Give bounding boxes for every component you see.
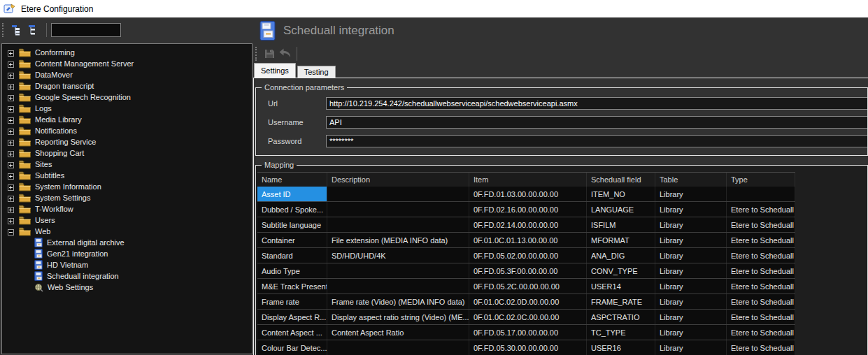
table-cell[interactable]: Library xyxy=(655,340,727,355)
table-cell[interactable]: 0F.FD.05.2C.00.00.00.00 xyxy=(469,279,587,294)
table-cell[interactable]: 0F.FD.02.14.00.00.00.00 xyxy=(469,217,587,232)
tree-item-subtitles[interactable]: Subtitles xyxy=(2,170,252,181)
table-cell[interactable]: Library xyxy=(655,325,727,340)
expand-plus-icon[interactable] xyxy=(8,150,14,157)
toolbar-grip[interactable] xyxy=(2,23,5,37)
table-cell[interactable] xyxy=(327,263,469,278)
table-cell[interactable]: 0F.FD.05.30.00.00.00.00 xyxy=(469,340,587,355)
tree-item-sites[interactable]: Sites xyxy=(2,159,252,170)
table-cell[interactable]: Etere to Scheduall xyxy=(727,294,795,309)
table-cell[interactable]: 0F.FD.05.02.00.00.00.00 xyxy=(469,248,587,263)
column-header-scheduall-field[interactable]: Scheduall field xyxy=(587,173,655,187)
url-input[interactable] xyxy=(326,97,867,110)
expand-plus-icon[interactable] xyxy=(8,195,14,201)
table-cell[interactable]: Library xyxy=(655,310,727,324)
tree-item-web[interactable]: Web xyxy=(2,226,252,237)
tree-item-reporting-service[interactable]: Reporting Service xyxy=(2,136,252,147)
expand-plus-icon[interactable] xyxy=(8,139,14,145)
table-cell[interactable] xyxy=(327,279,469,294)
table-cell[interactable]: Etere to Scheduall xyxy=(727,263,795,278)
table-cell[interactable]: Frame rate (Video) (MEDIA INFO data) xyxy=(327,294,469,309)
table-cell[interactable]: Etere to Scheduall xyxy=(727,233,795,247)
table-cell[interactable]: Etere to Scheduall xyxy=(727,279,795,294)
table-cell[interactable]: Frame rate xyxy=(257,294,327,309)
tree-item-hd-vietnam[interactable]: HD Vietnam xyxy=(2,259,252,270)
table-cell[interactable]: M&E Track Present xyxy=(257,279,327,294)
table-cell[interactable]: Colour Bar Detec... xyxy=(257,340,327,355)
expand-plus-icon[interactable] xyxy=(8,184,14,190)
expand-all-button[interactable] xyxy=(25,22,42,38)
expand-plus-icon[interactable] xyxy=(8,206,14,212)
table-cell[interactable]: Library xyxy=(655,248,727,263)
expand-plus-icon[interactable] xyxy=(8,217,14,224)
expand-plus-icon[interactable] xyxy=(8,128,14,134)
table-cell[interactable]: Etere to Scheduall xyxy=(727,217,795,232)
collapse-minus-icon[interactable] xyxy=(8,229,14,235)
table-cell[interactable] xyxy=(327,217,469,232)
tab-testing[interactable]: Testing xyxy=(297,66,336,78)
table-cell[interactable]: Library xyxy=(655,187,727,201)
tree-item-content-management-server[interactable]: Content Management Server xyxy=(2,58,252,69)
column-header-type[interactable]: Type xyxy=(727,173,795,187)
table-cell[interactable]: MFORMAT xyxy=(587,233,655,247)
table-cell[interactable]: 0F.FD.05.17.00.00.00.00 xyxy=(469,325,587,340)
table-cell[interactable]: Standard xyxy=(257,248,327,263)
expand-plus-icon[interactable] xyxy=(8,61,14,67)
tree-item-media-library[interactable]: Media Library xyxy=(2,114,252,125)
tree-item-shopping-cart[interactable]: Shopping Cart xyxy=(2,147,252,159)
table-cell[interactable]: CONV_TYPE xyxy=(587,263,655,278)
tree-item-system-settings[interactable]: System Settings xyxy=(2,192,252,203)
expand-plus-icon[interactable] xyxy=(8,117,14,123)
tree-item-notifications[interactable]: Notifications xyxy=(2,125,252,136)
tree-item-dragon-transcript[interactable]: Dragon transcript xyxy=(2,80,252,92)
expand-plus-icon[interactable] xyxy=(8,72,14,78)
tree-item-users[interactable]: Users xyxy=(2,215,252,226)
undo-button[interactable] xyxy=(277,46,292,61)
table-cell[interactable]: Library xyxy=(655,279,727,294)
table-cell[interactable]: Library xyxy=(655,217,727,232)
table-cell[interactable] xyxy=(327,202,469,217)
tree-item-google-speech-recognition[interactable]: Google Speech Recognition xyxy=(2,92,252,103)
save-button[interactable] xyxy=(262,46,277,61)
table-cell[interactable]: Library xyxy=(655,233,727,247)
table-cell[interactable]: ANA_DIG xyxy=(587,248,655,263)
table-cell[interactable]: Asset ID xyxy=(257,187,327,201)
table-cell[interactable]: ITEM_NO xyxy=(587,187,655,201)
table-cell[interactable]: File extension (MEDIA INFO data) xyxy=(327,233,469,247)
username-input[interactable] xyxy=(326,116,867,129)
tree-item-conforming[interactable]: Conforming xyxy=(2,47,252,58)
toolbar-grip[interactable] xyxy=(255,47,258,61)
tree-item-datamover[interactable]: DataMover xyxy=(2,69,252,80)
table-cell[interactable]: Library xyxy=(655,202,727,217)
tree-item-web-settings[interactable]: Web Settings xyxy=(2,282,252,293)
table-cell[interactable]: Library xyxy=(655,294,727,309)
table-cell[interactable]: 0F.FD.02.16.00.00.00.00 xyxy=(469,202,587,217)
expand-plus-icon[interactable] xyxy=(8,83,14,89)
expand-plus-icon[interactable] xyxy=(8,173,14,179)
table-cell[interactable]: SD/HD/UHD/4K xyxy=(327,248,469,263)
table-cell[interactable]: Display Aspect R... xyxy=(257,310,327,324)
tree-item-logs[interactable]: Logs xyxy=(2,103,252,114)
table-cell[interactable]: Subtitle language xyxy=(257,217,327,232)
table-cell[interactable]: Content Aspect Ratio xyxy=(327,325,469,340)
table-cell[interactable]: LANGUAGE xyxy=(587,202,655,217)
table-cell[interactable]: 0F.01.0C.02.0C.00.00.00 xyxy=(469,310,587,324)
expand-plus-icon[interactable] xyxy=(8,50,14,56)
tree-item-scheduall-integration[interactable]: Scheduall integration xyxy=(2,270,252,282)
table-cell[interactable]: 0F.FD.05.3F.00.00.00.00 xyxy=(469,263,587,278)
table-cell[interactable]: Display aspect ratio string (Video) (ME.… xyxy=(327,310,469,324)
table-cell[interactable]: Etere to Scheduall xyxy=(727,310,795,324)
expand-plus-icon[interactable] xyxy=(8,94,14,101)
table-cell[interactable]: Etere to Scheduall xyxy=(727,340,795,355)
column-header-name[interactable]: Name xyxy=(257,173,327,187)
table-cell[interactable]: Container xyxy=(257,233,327,247)
column-header-table[interactable]: Table xyxy=(655,173,727,187)
tree-item-gen21-integration[interactable]: Gen21 integration xyxy=(2,248,252,259)
table-cell[interactable]: Library xyxy=(655,263,727,278)
table-cell[interactable]: Content Aspect ... xyxy=(257,325,327,340)
tree-item-system-information[interactable]: System Information xyxy=(2,181,252,192)
table-cell[interactable]: Dubbed / Spoke... xyxy=(257,202,327,217)
column-header-item[interactable]: Item xyxy=(469,173,587,187)
table-cell[interactable]: ASPCTRATIO xyxy=(587,310,655,324)
table-cell[interactable]: TC_TYPE xyxy=(587,325,655,340)
